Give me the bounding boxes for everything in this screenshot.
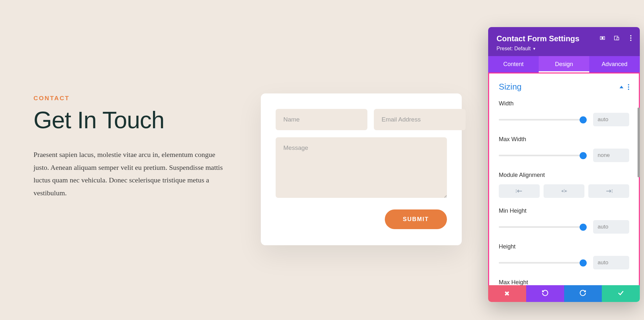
scrollbar[interactable] bbox=[638, 108, 640, 177]
module-alignment-label: Module Alignment bbox=[499, 172, 629, 179]
width-slider[interactable] bbox=[499, 119, 586, 121]
height-slider[interactable] bbox=[499, 262, 586, 264]
panel-body: Sizing Width auto Max Width none Module … bbox=[488, 73, 640, 285]
tab-design[interactable]: Design bbox=[539, 56, 589, 73]
width-label: Width bbox=[499, 100, 629, 107]
max-width-slider[interactable] bbox=[499, 155, 586, 156]
slider-thumb[interactable] bbox=[580, 116, 587, 123]
tab-advanced[interactable]: Advanced bbox=[589, 56, 640, 73]
svg-rect-3 bbox=[617, 38, 619, 40]
width-value[interactable]: auto bbox=[593, 113, 629, 126]
message-field[interactable] bbox=[276, 137, 447, 198]
panel-header: Contact Form Settings Preset: Default ▼ bbox=[488, 27, 640, 56]
redo-icon bbox=[579, 289, 586, 298]
align-center-icon bbox=[560, 189, 568, 193]
tab-content[interactable]: Content bbox=[488, 56, 539, 73]
check-icon bbox=[617, 289, 624, 298]
min-height-label: Min Height bbox=[499, 208, 629, 214]
max-width-label: Max Width bbox=[499, 136, 629, 143]
slider-thumb[interactable] bbox=[580, 259, 587, 267]
undo-button[interactable] bbox=[526, 285, 564, 302]
caret-down-icon: ▼ bbox=[533, 47, 536, 51]
save-button[interactable] bbox=[602, 285, 640, 302]
height-label: Height bbox=[499, 243, 629, 250]
min-height-slider[interactable] bbox=[499, 226, 586, 228]
more-icon[interactable] bbox=[628, 35, 634, 41]
section-title[interactable]: Sizing bbox=[499, 82, 522, 92]
close-button[interactable]: ✖ bbox=[488, 285, 526, 302]
settings-panel: Contact Form Settings Preset: Default ▼ … bbox=[488, 27, 640, 302]
email-field[interactable] bbox=[374, 109, 466, 130]
submit-button[interactable]: SUBMIT bbox=[385, 209, 447, 229]
preset-label: Preset: Default bbox=[497, 46, 531, 52]
height-value[interactable]: auto bbox=[593, 256, 629, 269]
max-height-label: Max Height bbox=[499, 279, 629, 285]
svg-rect-1 bbox=[602, 37, 603, 39]
close-icon: ✖ bbox=[504, 290, 510, 297]
tab-indicator bbox=[539, 71, 589, 73]
tabs: Content Design Advanced bbox=[488, 56, 640, 73]
preset-dropdown[interactable]: Preset: Default ▼ bbox=[497, 46, 536, 52]
section-more-icon[interactable] bbox=[628, 84, 629, 90]
align-right-button[interactable] bbox=[588, 184, 629, 198]
undo-icon bbox=[542, 289, 549, 298]
slider-thumb[interactable] bbox=[580, 152, 587, 159]
slider-thumb[interactable] bbox=[580, 224, 587, 231]
responsive-icon[interactable] bbox=[613, 35, 620, 41]
expand-icon[interactable] bbox=[599, 35, 606, 41]
panel-footer: ✖ bbox=[488, 285, 640, 302]
align-left-button[interactable] bbox=[499, 184, 540, 198]
align-center-button[interactable] bbox=[544, 184, 584, 198]
align-left-icon bbox=[516, 189, 523, 193]
contact-intro: CONTACT Get In Touch Praesent sapien lac… bbox=[33, 95, 227, 199]
name-field[interactable] bbox=[276, 109, 367, 130]
max-width-value[interactable]: none bbox=[593, 149, 629, 162]
eyebrow-label: CONTACT bbox=[33, 95, 227, 102]
align-right-icon bbox=[605, 189, 613, 193]
page-title: Get In Touch bbox=[33, 106, 227, 134]
contact-form: SUBMIT bbox=[261, 93, 462, 245]
collapse-icon[interactable] bbox=[620, 86, 623, 88]
intro-paragraph: Praesent sapien lacus, molestie vitae ar… bbox=[33, 148, 227, 199]
redo-button[interactable] bbox=[564, 285, 602, 302]
min-height-value[interactable]: auto bbox=[593, 220, 629, 234]
